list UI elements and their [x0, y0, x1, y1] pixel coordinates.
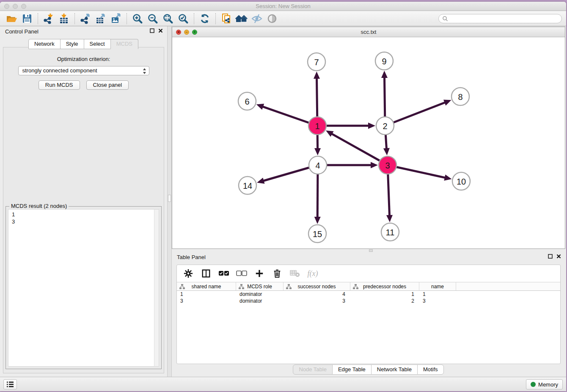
- first-neighbors-button[interactable]: [234, 12, 249, 25]
- run-mcds-button[interactable]: Run MCDS: [39, 80, 80, 90]
- hierarchy-icon: [286, 284, 292, 289]
- delete-column-button[interactable]: [272, 268, 283, 279]
- graph-node-3[interactable]: 3: [379, 156, 396, 174]
- graph-node-2[interactable]: 2: [376, 117, 394, 135]
- table-body: 1dominator4113dominator323: [177, 291, 560, 304]
- export-network-button[interactable]: [78, 12, 93, 25]
- tab-network-table[interactable]: Network Table: [371, 364, 418, 375]
- tab-motifs[interactable]: Motifs: [417, 364, 444, 375]
- zoom-fit-button[interactable]: [160, 12, 176, 25]
- svg-text:4: 4: [315, 161, 320, 170]
- graph-node-9[interactable]: 9: [375, 52, 393, 70]
- svg-text:9: 9: [382, 57, 386, 66]
- splitter-handle[interactable]: [168, 195, 171, 202]
- close-table-panel-icon[interactable]: [556, 254, 561, 259]
- table-settings-button[interactable]: [183, 268, 194, 279]
- table-row[interactable]: 3dominator323: [177, 298, 560, 304]
- column-header-name[interactable]: name: [419, 282, 456, 290]
- zoom-fit-icon: [162, 13, 173, 24]
- result-scrollbar[interactable]: [154, 210, 159, 366]
- search-field[interactable]: [438, 14, 562, 23]
- tab-edge-table[interactable]: Edge Table: [332, 364, 372, 375]
- graph-node-14[interactable]: 14: [239, 177, 256, 194]
- criterion-dropdown[interactable]: strongly connected component: [18, 66, 149, 75]
- table-cell: 1: [419, 291, 456, 298]
- close-panel-button[interactable]: Close panel: [86, 80, 129, 90]
- column-header-shared-name[interactable]: shared name: [177, 282, 236, 290]
- graph-node-8[interactable]: 8: [451, 88, 469, 105]
- memory-label: Memory: [538, 381, 558, 388]
- save-session-button[interactable]: [19, 12, 35, 25]
- vertical-splitter[interactable]: [167, 26, 172, 377]
- save-icon: [22, 14, 32, 24]
- zoom-out-icon: [147, 13, 158, 24]
- houses-icon: [235, 14, 248, 24]
- graph-edge-3-10[interactable]: [388, 165, 452, 181]
- svg-text:10: 10: [457, 177, 466, 186]
- refresh-icon: [199, 13, 210, 24]
- graph-edge-3-1[interactable]: [326, 130, 388, 165]
- search-input[interactable]: [448, 16, 558, 22]
- graph-edge-4-14[interactable]: [257, 165, 318, 184]
- task-history-button[interactable]: [3, 379, 17, 389]
- show-column-panel-button[interactable]: [201, 268, 212, 279]
- apply-function-button[interactable]: f(x): [307, 268, 318, 279]
- toggle-details-button[interactable]: [264, 12, 280, 25]
- window-title: Session: New Session: [0, 2, 566, 11]
- graph-node-6[interactable]: 6: [238, 92, 256, 110]
- create-column-button[interactable]: [254, 268, 265, 279]
- zoom-in-button[interactable]: [130, 12, 145, 25]
- svg-text:14: 14: [243, 181, 252, 190]
- graph-node-4[interactable]: 4: [309, 156, 327, 174]
- tab-style[interactable]: Style: [60, 39, 84, 49]
- graph-edge-2-8[interactable]: [385, 99, 451, 126]
- graph-node-1[interactable]: 1: [308, 117, 326, 135]
- float-panel-icon[interactable]: [150, 28, 154, 33]
- select-all-columns-button[interactable]: [218, 268, 229, 279]
- graph-node-7[interactable]: 7: [308, 53, 325, 71]
- import-table-button[interactable]: [56, 12, 72, 25]
- mcds-result-textarea[interactable]: 13: [8, 209, 159, 367]
- export-image-icon: [110, 13, 121, 24]
- zoom-selected-icon: [178, 13, 189, 24]
- tab-mcds[interactable]: MCDS: [110, 39, 138, 49]
- control-panel-tabs: NetworkStyleSelectMCDS: [0, 39, 167, 49]
- close-panel-icon[interactable]: [158, 28, 163, 33]
- control-panel-title: Control Panel: [5, 28, 39, 35]
- table-row[interactable]: 1dominator411: [177, 291, 560, 298]
- import-table-icon: [58, 13, 69, 24]
- hide-selected-button[interactable]: [249, 12, 264, 25]
- column-header-MCDS-role[interactable]: MCDS role: [236, 282, 284, 290]
- zoom-selected-button[interactable]: [176, 12, 191, 25]
- tab-select[interactable]: Select: [84, 39, 111, 49]
- zoom-out-button[interactable]: [145, 12, 160, 25]
- network-view-window: ✕ − + scc.txt 7968124314101511: [172, 27, 565, 249]
- tab-node-table[interactable]: Node Table: [293, 364, 333, 375]
- columns-icon: [201, 269, 211, 278]
- export-table-button[interactable]: [93, 12, 108, 25]
- network-window-title: scc.txt: [172, 27, 565, 37]
- list-icon: [6, 381, 14, 388]
- memory-button[interactable]: Memory: [526, 379, 563, 389]
- svg-text:3: 3: [385, 161, 390, 170]
- refresh-button[interactable]: [197, 12, 212, 25]
- graph-node-10[interactable]: 10: [452, 172, 470, 190]
- float-table-panel-icon[interactable]: [548, 254, 553, 259]
- network-canvas[interactable]: 7968124314101511: [172, 37, 565, 248]
- tab-network[interactable]: Network: [28, 39, 61, 49]
- export-image-button[interactable]: [108, 12, 124, 25]
- optimization-label: Optimization criterion:: [3, 56, 164, 62]
- deselect-all-columns-button[interactable]: [236, 268, 247, 279]
- graph-node-15[interactable]: 15: [308, 225, 326, 243]
- hierarchy-icon: [239, 284, 244, 289]
- column-header-predecessor-nodes[interactable]: predecessor nodes: [350, 282, 419, 290]
- open-session-button[interactable]: [4, 12, 19, 25]
- import-network-button[interactable]: [41, 12, 56, 25]
- memory-status-icon: [531, 382, 536, 387]
- clone-network-button[interactable]: [219, 12, 234, 25]
- graph-edge-1-6[interactable]: [256, 104, 317, 126]
- mcds-panel: Optimization criterion: strongly connect…: [3, 47, 164, 373]
- graph-node-11[interactable]: 11: [381, 223, 399, 241]
- delete-table-button[interactable]: [289, 268, 300, 279]
- column-header-successor-nodes[interactable]: successor nodes: [284, 282, 350, 290]
